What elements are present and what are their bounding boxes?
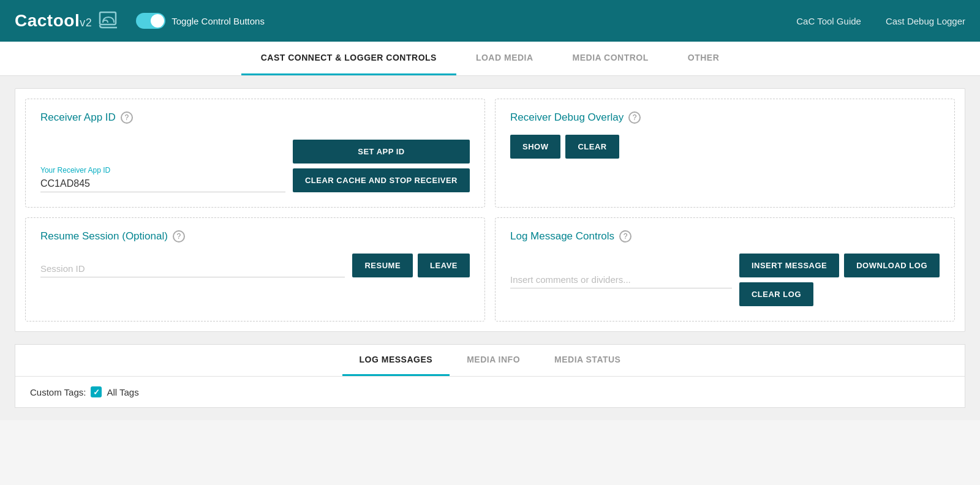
logo-area: Cactoolv2 xyxy=(15,8,121,34)
bottom-tab-media-info[interactable]: MEDIA INFO xyxy=(450,345,537,376)
clear-log-button[interactable]: CLEAR LOG xyxy=(739,282,813,306)
show-debug-button[interactable]: SHOW xyxy=(510,135,560,159)
checkbox-check-icon: ✓ xyxy=(93,388,100,397)
nav-debug-logger-link[interactable]: Cast Debug Logger xyxy=(886,16,965,26)
download-log-button[interactable]: DOWNLOAD LOG xyxy=(844,254,940,277)
log-btn-stack: INSERT MESSAGE DOWNLOAD LOG CLEAR LOG xyxy=(739,254,940,306)
tab-media-control[interactable]: MEDIA CONTROL xyxy=(553,42,668,75)
receiver-app-id-label: Your Receiver App ID xyxy=(40,166,285,175)
logo-text: Cactoolv2 xyxy=(15,11,92,31)
main-content: Receiver App ID ? Your Receiver App ID S… xyxy=(0,76,980,420)
log-btn-row-bottom: CLEAR LOG xyxy=(739,282,940,306)
bottom-tab-media-status[interactable]: MEDIA STATUS xyxy=(537,345,638,376)
custom-tags-row: Custom Tags: ✓ All Tags xyxy=(15,377,965,407)
cards-grid: Receiver App ID ? Your Receiver App ID S… xyxy=(15,88,965,332)
main-tabs-bar: CAST CONNECT & LOGGER CONTROLS LOAD MEDI… xyxy=(0,42,980,76)
clear-debug-button[interactable]: CLEAR xyxy=(565,135,619,159)
receiver-app-id-help-icon[interactable]: ? xyxy=(121,111,133,124)
receiver-app-id-input[interactable] xyxy=(40,176,285,192)
resume-session-title: Resume Session (Optional) ? xyxy=(40,230,470,242)
header-nav: CaC Tool Guide Cast Debug Logger xyxy=(796,16,965,26)
receiver-app-id-btn-group: SET APP ID CLEAR CACHE AND STOP RECEIVER xyxy=(293,140,470,192)
log-btn-row-top: INSERT MESSAGE DOWNLOAD LOG xyxy=(739,254,940,277)
receiver-app-id-card: Receiver App ID ? Your Receiver App ID S… xyxy=(25,99,485,208)
receiver-app-id-input-area: Your Receiver App ID xyxy=(40,166,285,192)
resume-session-help-icon[interactable]: ? xyxy=(173,230,185,242)
resume-session-row: RESUME LEAVE xyxy=(40,254,470,277)
receiver-debug-help-icon[interactable]: ? xyxy=(628,111,641,124)
tab-load-media[interactable]: LOAD MEDIA xyxy=(456,42,553,75)
tab-cast-connect[interactable]: CAST CONNECT & LOGGER CONTROLS xyxy=(241,42,456,75)
resume-session-btn-group: RESUME LEAVE xyxy=(352,254,470,277)
toggle-area[interactable]: Toggle Control Buttons xyxy=(136,13,265,29)
bottom-tab-log-messages[interactable]: LOG MESSAGES xyxy=(342,345,450,376)
insert-message-button[interactable]: INSERT MESSAGE xyxy=(739,254,839,277)
receiver-app-id-title: Receiver App ID ? xyxy=(40,111,470,124)
toggle-switch[interactable] xyxy=(136,13,165,29)
cast-icon xyxy=(98,8,121,34)
leave-button[interactable]: LEAVE xyxy=(418,254,470,277)
toggle-knob xyxy=(151,14,164,28)
log-message-input[interactable] xyxy=(510,272,732,288)
tab-other[interactable]: OTHER xyxy=(668,42,739,75)
log-message-controls-card: Log Message Controls ? INSERT MESSAGE DO… xyxy=(495,217,955,321)
receiver-debug-overlay-title: Receiver Debug Overlay ? xyxy=(510,111,940,124)
resume-session-card: Resume Session (Optional) ? RESUME LEAVE xyxy=(25,217,485,321)
bottom-tabs-bar: LOG MESSAGES MEDIA INFO MEDIA STATUS xyxy=(15,345,965,377)
log-message-help-icon[interactable]: ? xyxy=(619,230,631,242)
session-id-input[interactable] xyxy=(40,261,345,277)
custom-tags-label: Custom Tags: xyxy=(30,387,86,397)
header: Cactoolv2 Toggle Control Buttons CaC Too… xyxy=(0,0,980,42)
receiver-card-inner: Your Receiver App ID SET APP ID CLEAR CA… xyxy=(40,135,470,192)
receiver-debug-overlay-card: Receiver Debug Overlay ? SHOW CLEAR xyxy=(495,99,955,208)
nav-guide-link[interactable]: CaC Tool Guide xyxy=(796,16,861,26)
session-id-input-area xyxy=(40,261,345,277)
resume-button[interactable]: RESUME xyxy=(352,254,413,277)
log-message-controls-title: Log Message Controls ? xyxy=(510,230,940,242)
bottom-section: LOG MESSAGES MEDIA INFO MEDIA STATUS Cus… xyxy=(15,344,965,408)
receiver-debug-btn-group: SHOW CLEAR xyxy=(510,135,940,159)
clear-cache-stop-button[interactable]: CLEAR CACHE AND STOP RECEIVER xyxy=(293,168,470,192)
all-tags-label: All Tags xyxy=(107,387,138,397)
log-controls-row: INSERT MESSAGE DOWNLOAD LOG CLEAR LOG xyxy=(510,254,940,306)
logo-version: v2 xyxy=(80,17,92,29)
toggle-label: Toggle Control Buttons xyxy=(172,16,265,26)
all-tags-checkbox[interactable]: ✓ xyxy=(91,386,102,397)
log-message-input-area xyxy=(510,272,732,288)
set-app-id-button[interactable]: SET APP ID xyxy=(293,140,470,164)
